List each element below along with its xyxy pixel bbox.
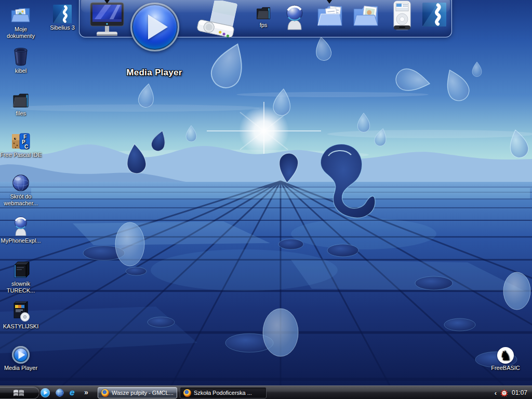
desktop-icon-label: Media Player <box>0 365 42 371</box>
task-button-wasze-pulpity[interactable]: Wasze pulpity - GMCL... <box>98 387 177 398</box>
taskbar: e » Wasze pulpity - GMCL... Szkoła Podof… <box>0 385 532 399</box>
desktop-icon-slownik-turecki[interactable]: slownik TURECK... <box>0 259 42 294</box>
task-button-title: Wasze pulpity - GMCL... <box>112 390 174 396</box>
desktop-icon-label: Free Pascal IDE <box>0 152 45 158</box>
firefox-icon <box>183 389 191 397</box>
desktop-icon-freebasic[interactable]: ♞ FreeBASIC <box>485 343 526 371</box>
dock-item-my-computer[interactable] <box>87 2 127 41</box>
desktop-icon-label: files <box>0 110 42 117</box>
play-orb-icon <box>130 3 179 51</box>
desktop-icon-label: Moje dokumenty <box>0 26 42 39</box>
desktop-icon-moje-dokumenty[interactable]: Moje dokumenty <box>0 4 42 39</box>
dock-item-scanner[interactable] <box>195 1 243 44</box>
quicklaunch-internet-explorer[interactable]: e <box>70 388 74 397</box>
dock-hover-label: Media Player <box>102 68 206 78</box>
desktop-icon-free-pascal-ide[interactable]: F P C Free Pascal IDE <box>0 130 45 158</box>
sibelius-icon <box>422 3 446 26</box>
dock-item-sibelius[interactable] <box>422 3 446 29</box>
play-orb-icon <box>41 388 50 397</box>
alert-red-icon[interactable] <box>500 389 508 397</box>
running-indicator-icon <box>327 0 332 4</box>
desktop-icon-label: Skrót do webmacher... <box>0 193 42 207</box>
quicklaunch-web-globe[interactable] <box>55 388 64 397</box>
dock-item-phone-suite[interactable] <box>281 4 308 33</box>
desktop-icon-label: FreeBASIC <box>485 365 526 371</box>
sibelius-icon <box>53 5 72 23</box>
desktop-icon-label: Sibelius 3 <box>42 24 83 31</box>
software-box-icon <box>11 301 31 322</box>
dock-item-media-player[interactable] <box>130 3 179 54</box>
desktop-icon-fps[interactable]: fps <box>244 3 283 29</box>
svg-text:C: C <box>24 144 28 150</box>
desktop: Media Player Moje dokumenty Sibelius 3 <box>0 0 532 399</box>
play-orb-icon <box>12 346 30 364</box>
sony-ericsson-orb-icon <box>10 216 31 236</box>
my-documents-icon <box>10 5 31 25</box>
start-button[interactable] <box>0 387 39 399</box>
freebasic-horse-icon: ♞ <box>497 347 514 364</box>
chevron-right-icon: » <box>84 388 88 396</box>
desktop-icon-kibel[interactable]: kibel <box>0 46 42 74</box>
scanner-icon <box>195 1 243 42</box>
dark-box-icon <box>11 260 30 280</box>
documents-folder-icon <box>316 2 345 30</box>
quicklaunch-overflow-chevron[interactable]: » <box>84 388 88 396</box>
globe-icon <box>55 388 64 397</box>
desktop-icon-files[interactable]: files <box>0 88 42 117</box>
dark-folder-icon <box>12 91 30 109</box>
desktop-icon-label: fps <box>244 22 283 29</box>
quicklaunch-media-player[interactable] <box>41 388 50 397</box>
desktop-icon-label: MyPhoneExpl... <box>0 237 45 244</box>
dock-item-documents[interactable] <box>316 2 345 32</box>
sony-ericsson-orb-icon <box>281 4 308 31</box>
firefox-icon <box>101 389 109 397</box>
running-indicator-icon <box>104 0 110 4</box>
desktop-icon-kastylijski[interactable]: KASTYLIJSKI <box>0 301 45 330</box>
dock-item-music-player[interactable] <box>387 1 417 34</box>
desktop-icon-myphoneexplorer[interactable]: MyPhoneExpl... <box>0 216 45 244</box>
desktop-icon-skrot-do-webmacher[interactable]: Skrót do webmacher... <box>0 171 42 207</box>
recycle-bin-icon <box>12 46 30 66</box>
desktop-icon-sibelius-3[interactable]: Sibelius 3 <box>42 3 83 31</box>
ipod-icon <box>387 1 417 32</box>
system-tray: ‹ 01:07 <box>495 386 532 399</box>
task-button-title: Szkoła Podoficerska ... <box>194 390 252 396</box>
desktop-icon-label: kibel <box>0 68 42 74</box>
ie-icon: e <box>70 388 74 397</box>
desktop-icon-media-player[interactable]: Media Player <box>0 343 42 371</box>
windows-flag-icon <box>14 389 24 397</box>
tray-collapse-chevron-icon[interactable]: ‹ <box>495 389 497 397</box>
task-button-szkola-podoficerska[interactable]: Szkoła Podoficerska ... <box>180 387 267 398</box>
desktop-icon-label: KASTYLIJSKI <box>0 323 45 330</box>
dark-folder-icon <box>256 5 271 21</box>
clock[interactable]: 01:07 <box>512 389 527 396</box>
globe-icon <box>11 174 30 192</box>
dock-item-pictures[interactable] <box>352 2 381 32</box>
desktop-icon-label: slownik TURECK... <box>0 281 42 294</box>
free-pascal-icon: F P C <box>11 132 31 151</box>
monitor-icon <box>87 2 127 38</box>
wallpaper-liquid-blue <box>0 0 532 385</box>
pictures-folder-icon <box>352 2 381 30</box>
